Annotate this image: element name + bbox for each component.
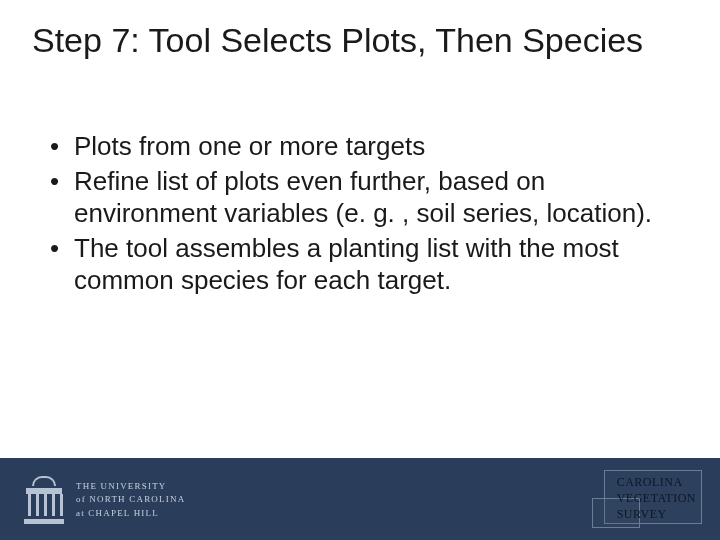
slide: Step 7: Tool Selects Plots, Then Species… <box>0 0 720 540</box>
bullet-item: Plots from one or more targets <box>46 130 674 163</box>
unc-line: at CHAPEL HILL <box>76 507 185 520</box>
slide-title: Step 7: Tool Selects Plots, Then Species <box>32 20 688 61</box>
cvs-line: SURVEY <box>617 506 696 522</box>
cvs-line: VEGETATION <box>617 490 696 506</box>
cvs-wordmark: CAROLINA VEGETATION SURVEY <box>617 474 696 523</box>
cvs-line: CAROLINA <box>617 474 696 490</box>
unc-line: of NORTH CAROLINA <box>76 493 185 506</box>
footer-band: THE UNIVERSITY of NORTH CAROLINA at CHAP… <box>0 458 720 540</box>
old-well-icon <box>24 474 64 526</box>
bullet-list: Plots from one or more targets Refine li… <box>46 130 674 297</box>
slide-content: Plots from one or more targets Refine li… <box>46 130 674 299</box>
unc-logo: THE UNIVERSITY of NORTH CAROLINA at CHAP… <box>24 474 185 526</box>
bullet-item: Refine list of plots even further, based… <box>46 165 674 230</box>
unc-wordmark: THE UNIVERSITY of NORTH CAROLINA at CHAP… <box>76 480 185 519</box>
bullet-item: The tool assembles a planting list with … <box>46 232 674 297</box>
unc-line: THE UNIVERSITY <box>76 480 185 493</box>
cvs-badge: CAROLINA VEGETATION SURVEY <box>592 470 702 528</box>
